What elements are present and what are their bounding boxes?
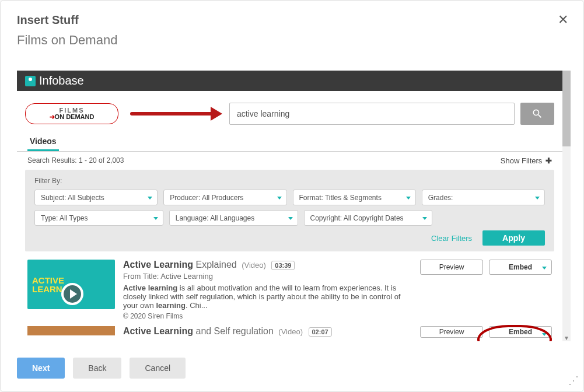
- play-icon: [61, 283, 83, 305]
- embed-button-2[interactable]: Embed: [489, 326, 552, 338]
- dialog-title: Insert Stuff: [17, 13, 567, 27]
- filter-language[interactable]: Language: All Languages: [169, 210, 298, 226]
- insert-stuff-dialog: Insert Stuff ✕ Films on Demand Infobase …: [0, 0, 584, 392]
- apply-button[interactable]: Apply: [482, 230, 545, 246]
- result-item-1: ACTIVE LEARN Active Learning Explained (…: [17, 251, 562, 323]
- dialog-footer: Next Back Cancel: [17, 358, 186, 379]
- scrollbar[interactable]: ▲ ▼: [562, 71, 571, 341]
- filter-copyright[interactable]: Copyright: All Copyright Dates: [304, 210, 433, 226]
- result-from-title: From Title: Active Learning: [123, 272, 412, 281]
- search-row: FILMS ➔ON DEMAND: [17, 91, 562, 131]
- embed-button[interactable]: Embed: [489, 260, 552, 275]
- result-description: Active learning is all about motivation …: [123, 284, 412, 310]
- search-input[interactable]: [229, 103, 515, 125]
- result-title-2[interactable]: Active Learning and Self regulation (Vid…: [123, 326, 412, 338]
- tab-videos[interactable]: Videos: [27, 133, 59, 151]
- scroll-down-icon[interactable]: ▼: [562, 334, 571, 342]
- annotation-arrow: [130, 112, 212, 116]
- result-thumbnail[interactable]: ACTIVE LEARN: [27, 260, 115, 309]
- close-icon[interactable]: ✕: [558, 12, 568, 27]
- duration-badge: 03:39: [271, 261, 295, 270]
- infobase-header: Infobase: [17, 71, 562, 91]
- filter-type[interactable]: Type: All Types: [34, 210, 163, 226]
- search-button[interactable]: [520, 103, 554, 125]
- result-copyright: © 2020 Siren Films: [123, 312, 412, 320]
- filter-grades[interactable]: Grades:: [422, 190, 545, 205]
- filter-format[interactable]: Format: Titles & Segments: [293, 190, 416, 205]
- cancel-button[interactable]: Cancel: [130, 358, 186, 379]
- result-item-2: Active Learning and Self regulation (Vid…: [17, 323, 562, 338]
- tabs-row: Videos: [17, 131, 562, 152]
- films-on-demand-logo: FILMS ➔ON DEMAND: [25, 103, 118, 124]
- next-button[interactable]: Next: [17, 358, 65, 379]
- scroll-thumb[interactable]: [562, 71, 571, 146]
- infobase-brand: Infobase: [39, 74, 84, 88]
- results-count: Search Results: 1 - 20 of 2,003: [27, 156, 124, 165]
- preview-button[interactable]: Preview: [420, 260, 483, 275]
- results-header: Search Results: 1 - 20 of 2,003 Show Fil…: [17, 152, 562, 170]
- result-thumbnail-2[interactable]: [27, 326, 115, 335]
- resize-grip-icon[interactable]: ⋰: [568, 374, 579, 387]
- search-icon: [531, 108, 543, 120]
- preview-button-2[interactable]: Preview: [420, 326, 483, 338]
- filter-panel: Filter By: Subject: All Subjects Produce…: [25, 170, 554, 251]
- show-filters-toggle[interactable]: Show Filters ✚: [501, 156, 552, 165]
- filter-by-label: Filter By:: [34, 177, 545, 185]
- dialog-subtitle: Films on Demand: [17, 33, 567, 48]
- filter-subject[interactable]: Subject: All Subjects: [34, 190, 158, 205]
- infobase-logo-icon: [25, 76, 36, 86]
- content-frame: Infobase FILMS ➔ON DEMAND Videos Search …: [17, 71, 562, 341]
- back-button[interactable]: Back: [73, 358, 121, 379]
- result-title[interactable]: Active Learning Explained (Video) 03:39: [123, 260, 412, 270]
- clear-filters-link[interactable]: Clear Filters: [431, 234, 472, 243]
- filter-producer[interactable]: Producer: All Producers: [163, 190, 286, 205]
